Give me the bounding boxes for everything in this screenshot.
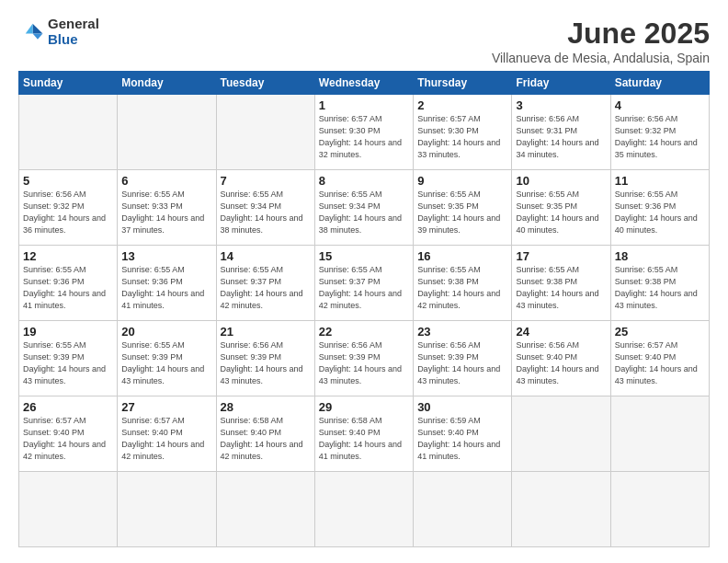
day-info: Sunrise: 6:55 AM Sunset: 9:34 PM Dayligh… xyxy=(221,189,311,236)
table-row: 12Sunrise: 6:55 AM Sunset: 9:36 PM Dayli… xyxy=(19,246,118,321)
calendar-week-row: 26Sunrise: 6:57 AM Sunset: 9:40 PM Dayli… xyxy=(19,396,710,472)
header-friday: Friday xyxy=(512,72,610,95)
table-row: 21Sunrise: 6:56 AM Sunset: 9:39 PM Dayli… xyxy=(216,321,314,396)
day-number: 26 xyxy=(23,400,113,414)
header-monday: Monday xyxy=(118,72,216,95)
day-number: 28 xyxy=(221,400,311,414)
header-tuesday: Tuesday xyxy=(216,72,314,95)
table-row xyxy=(216,95,314,170)
table-row xyxy=(610,472,709,547)
table-row: 2Sunrise: 6:57 AM Sunset: 9:30 PM Daylig… xyxy=(414,95,512,170)
day-info: Sunrise: 6:57 AM Sunset: 9:30 PM Dayligh… xyxy=(319,113,409,161)
day-info: Sunrise: 6:55 AM Sunset: 9:35 PM Dayligh… xyxy=(417,189,507,236)
table-row: 18Sunrise: 6:55 AM Sunset: 9:38 PM Dayli… xyxy=(610,246,709,321)
day-info: Sunrise: 6:55 AM Sunset: 9:36 PM Dayligh… xyxy=(615,189,705,236)
day-info: Sunrise: 6:58 AM Sunset: 9:40 PM Dayligh… xyxy=(319,415,409,463)
day-number: 22 xyxy=(319,325,409,339)
logo: General Blue xyxy=(18,17,99,47)
table-row: 14Sunrise: 6:55 AM Sunset: 9:37 PM Dayli… xyxy=(216,246,314,321)
day-info: Sunrise: 6:56 AM Sunset: 9:39 PM Dayligh… xyxy=(319,339,409,387)
table-row: 3Sunrise: 6:56 AM Sunset: 9:31 PM Daylig… xyxy=(512,95,610,170)
day-info: Sunrise: 6:56 AM Sunset: 9:32 PM Dayligh… xyxy=(23,189,113,236)
table-row xyxy=(118,472,216,547)
day-number: 16 xyxy=(417,249,507,263)
day-info: Sunrise: 6:55 AM Sunset: 9:34 PM Dayligh… xyxy=(319,189,409,236)
header-saturday: Saturday xyxy=(610,72,709,95)
table-row: 5Sunrise: 6:56 AM Sunset: 9:32 PM Daylig… xyxy=(19,170,118,246)
day-info: Sunrise: 6:56 AM Sunset: 9:40 PM Dayligh… xyxy=(516,339,606,387)
day-number: 8 xyxy=(319,174,409,188)
table-row xyxy=(118,95,216,170)
table-row xyxy=(610,396,709,472)
day-number: 13 xyxy=(121,249,211,263)
day-info: Sunrise: 6:55 AM Sunset: 9:36 PM Dayligh… xyxy=(121,264,211,312)
table-row xyxy=(512,396,610,472)
day-number: 25 xyxy=(615,325,705,339)
table-row xyxy=(414,472,512,547)
logo-icon xyxy=(18,19,44,45)
header-wednesday: Wednesday xyxy=(314,72,413,95)
table-row: 20Sunrise: 6:55 AM Sunset: 9:39 PM Dayli… xyxy=(118,321,216,396)
table-row xyxy=(216,472,314,547)
calendar-week-row: 1Sunrise: 6:57 AM Sunset: 9:30 PM Daylig… xyxy=(19,95,710,170)
day-info: Sunrise: 6:55 AM Sunset: 9:38 PM Dayligh… xyxy=(516,264,606,312)
table-row: 28Sunrise: 6:58 AM Sunset: 9:40 PM Dayli… xyxy=(216,396,314,472)
svg-marker-2 xyxy=(26,23,33,33)
day-info: Sunrise: 6:57 AM Sunset: 9:30 PM Dayligh… xyxy=(417,113,507,161)
day-info: Sunrise: 6:55 AM Sunset: 9:37 PM Dayligh… xyxy=(221,264,311,312)
table-row: 23Sunrise: 6:56 AM Sunset: 9:39 PM Dayli… xyxy=(414,321,512,396)
table-row xyxy=(19,95,118,170)
day-number: 17 xyxy=(516,249,606,263)
day-number: 15 xyxy=(319,249,409,263)
table-row: 25Sunrise: 6:57 AM Sunset: 9:40 PM Dayli… xyxy=(610,321,709,396)
table-row: 17Sunrise: 6:55 AM Sunset: 9:38 PM Dayli… xyxy=(512,246,610,321)
day-info: Sunrise: 6:55 AM Sunset: 9:39 PM Dayligh… xyxy=(23,339,113,387)
table-row: 26Sunrise: 6:57 AM Sunset: 9:40 PM Dayli… xyxy=(19,396,118,472)
day-info: Sunrise: 6:56 AM Sunset: 9:39 PM Dayligh… xyxy=(221,339,311,387)
header-thursday: Thursday xyxy=(414,72,512,95)
logo-text: General Blue xyxy=(48,17,99,47)
day-number: 5 xyxy=(23,174,113,188)
calendar-week-row: 12Sunrise: 6:55 AM Sunset: 9:36 PM Dayli… xyxy=(19,246,710,321)
table-row xyxy=(314,472,413,547)
day-number: 24 xyxy=(516,325,606,339)
day-info: Sunrise: 6:56 AM Sunset: 9:31 PM Dayligh… xyxy=(516,113,606,161)
calendar-week-row xyxy=(19,472,710,547)
table-row: 11Sunrise: 6:55 AM Sunset: 9:36 PM Dayli… xyxy=(610,170,709,246)
day-number: 2 xyxy=(417,98,507,112)
day-info: Sunrise: 6:55 AM Sunset: 9:37 PM Dayligh… xyxy=(319,264,409,312)
table-row: 10Sunrise: 6:55 AM Sunset: 9:35 PM Dayli… xyxy=(512,170,610,246)
day-number: 29 xyxy=(319,400,409,414)
day-info: Sunrise: 6:57 AM Sunset: 9:40 PM Dayligh… xyxy=(615,339,705,387)
table-row: 7Sunrise: 6:55 AM Sunset: 9:34 PM Daylig… xyxy=(216,170,314,246)
table-row: 30Sunrise: 6:59 AM Sunset: 9:40 PM Dayli… xyxy=(414,396,512,472)
day-number: 1 xyxy=(319,98,409,112)
day-number: 12 xyxy=(23,249,113,263)
day-info: Sunrise: 6:56 AM Sunset: 9:39 PM Dayligh… xyxy=(417,339,507,387)
day-info: Sunrise: 6:58 AM Sunset: 9:40 PM Dayligh… xyxy=(221,415,311,463)
calendar-table: Sunday Monday Tuesday Wednesday Thursday… xyxy=(18,71,710,547)
table-row: 6Sunrise: 6:55 AM Sunset: 9:33 PM Daylig… xyxy=(118,170,216,246)
table-row: 19Sunrise: 6:55 AM Sunset: 9:39 PM Dayli… xyxy=(19,321,118,396)
day-info: Sunrise: 6:56 AM Sunset: 9:32 PM Dayligh… xyxy=(615,113,705,161)
calendar-week-row: 19Sunrise: 6:55 AM Sunset: 9:39 PM Dayli… xyxy=(19,321,710,396)
page: General Blue June 2025 Villanueva de Mes… xyxy=(0,0,728,563)
table-row: 4Sunrise: 6:56 AM Sunset: 9:32 PM Daylig… xyxy=(610,95,709,170)
svg-marker-1 xyxy=(33,33,43,39)
day-number: 14 xyxy=(221,249,311,263)
header: General Blue June 2025 Villanueva de Mes… xyxy=(18,17,710,65)
day-number: 4 xyxy=(615,98,705,112)
day-info: Sunrise: 6:55 AM Sunset: 9:35 PM Dayligh… xyxy=(516,189,606,236)
day-number: 19 xyxy=(23,325,113,339)
table-row: 29Sunrise: 6:58 AM Sunset: 9:40 PM Dayli… xyxy=(314,396,413,472)
header-sunday: Sunday xyxy=(19,72,118,95)
table-row xyxy=(19,472,118,547)
logo-general-label: General xyxy=(48,17,99,32)
table-row: 13Sunrise: 6:55 AM Sunset: 9:36 PM Dayli… xyxy=(118,246,216,321)
calendar-subtitle: Villanueva de Mesia, Andalusia, Spain xyxy=(492,51,710,65)
table-row: 1Sunrise: 6:57 AM Sunset: 9:30 PM Daylig… xyxy=(314,95,413,170)
title-block: June 2025 Villanueva de Mesia, Andalusia… xyxy=(492,17,710,65)
day-number: 20 xyxy=(121,325,211,339)
table-row xyxy=(512,472,610,547)
day-number: 23 xyxy=(417,325,507,339)
